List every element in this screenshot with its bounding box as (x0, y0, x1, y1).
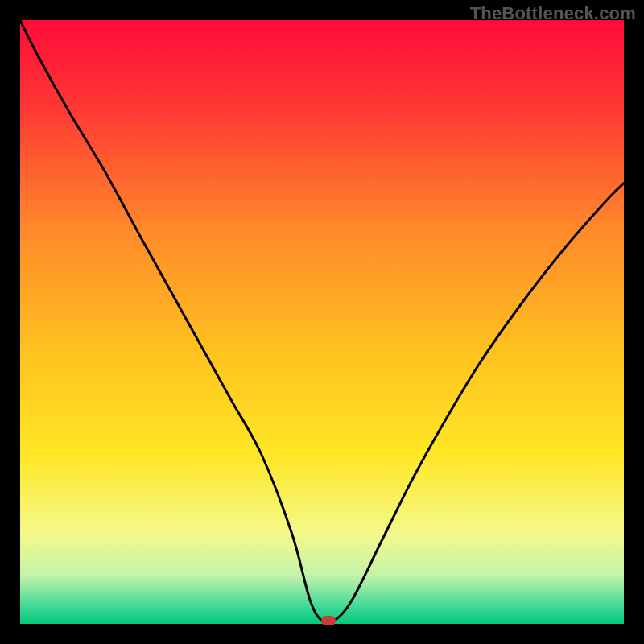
chart-frame: TheBottleneck.com (0, 0, 644, 644)
gradient-rect (20, 20, 624, 624)
optimal-marker (321, 616, 336, 625)
chart-svg (20, 20, 624, 624)
plot-area (20, 20, 624, 624)
